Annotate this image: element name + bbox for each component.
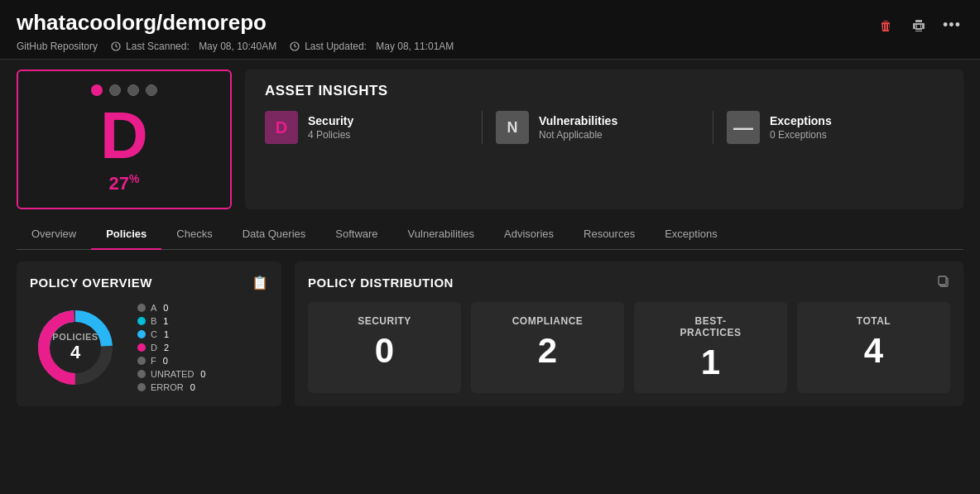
dot-1 xyxy=(91,84,103,96)
copy-icon[interactable] xyxy=(937,275,950,290)
insight-security: D Security 4 Policies xyxy=(265,111,483,144)
security-sublabel: 4 Policies xyxy=(308,129,353,141)
dist-compliance-value: 2 xyxy=(538,333,557,368)
insights-row: D Security 4 Policies N Vulnerabilities … xyxy=(265,111,944,144)
policy-distribution-panel: POLICY DISTRIBUTION SECURITY 0 COMPLIANC… xyxy=(295,261,963,406)
vuln-sublabel: Not Applicable xyxy=(539,129,617,141)
legend-b: B1 xyxy=(137,316,205,326)
policy-distribution-header: POLICY DISTRIBUTION xyxy=(308,275,950,290)
header: whatacoolorg/demorepo ••• GitHub Reposit… xyxy=(0,0,980,60)
dot-4 xyxy=(146,84,157,96)
tab-checks[interactable]: Checks xyxy=(161,219,227,250)
bottom-row: POLICY OVERVIEW 📋 xyxy=(17,261,963,406)
exceptions-label: Exceptions xyxy=(770,114,832,127)
policy-overview-panel: POLICY OVERVIEW 📋 xyxy=(17,261,281,406)
legend-error: ERROR0 xyxy=(137,382,205,392)
dist-best-practices-value: 1 xyxy=(701,345,720,380)
print-button[interactable] xyxy=(907,14,930,37)
exceptions-sublabel: 0 Exceptions xyxy=(770,129,832,141)
dist-total-title: TOTAL xyxy=(857,315,891,327)
dist-security-title: SECURITY xyxy=(358,315,411,327)
tab-overview[interactable]: Overview xyxy=(17,219,91,250)
repo-type: GitHub Repository xyxy=(17,41,98,52)
vuln-badge: N xyxy=(496,111,529,144)
tabs-bar: Overview Policies Checks Data Queries So… xyxy=(17,219,963,250)
donut-chart: POLICIES 4 xyxy=(30,302,121,393)
policy-distribution-title: POLICY DISTRIBUTION xyxy=(308,276,454,290)
legend-unrated: UNRATED0 xyxy=(137,369,205,379)
tab-data-queries[interactable]: Data Queries xyxy=(228,219,321,250)
vuln-label: Vulnerabilities xyxy=(539,114,617,127)
clipboard-icon: 📋 xyxy=(252,275,268,290)
main-content: D 27% ASSET INSIGHTS D Security 4 Polici… xyxy=(0,60,980,416)
score-card: D 27% xyxy=(17,70,232,209)
donut-label: POLICIES 4 xyxy=(52,332,98,363)
tab-resources[interactable]: Resources xyxy=(569,219,650,250)
legend-c: C1 xyxy=(137,329,205,339)
dist-total-value: 4 xyxy=(864,333,883,368)
donut-section: POLICIES 4 A0 B1 C1 xyxy=(30,302,268,393)
more-button[interactable]: ••• xyxy=(940,14,963,37)
tab-software[interactable]: Software xyxy=(320,219,392,250)
insight-vulnerabilities: N Vulnerabilities Not Applicable xyxy=(483,111,713,144)
score-grade: D xyxy=(100,103,148,169)
header-meta: GitHub Repository Last Scanned: May 08, … xyxy=(17,41,963,52)
last-updated: Last Updated: May 08, 11:01AM xyxy=(290,41,454,52)
tab-vulnerabilities[interactable]: Vulnerabilities xyxy=(393,219,489,250)
dist-best-practices-title: BEST- PRACTICES xyxy=(680,315,742,338)
asset-insights-title: ASSET INSIGHTS xyxy=(265,83,944,99)
top-row: D 27% ASSET INSIGHTS D Security 4 Polici… xyxy=(17,70,963,209)
dist-best-practices: BEST- PRACTICES 1 xyxy=(634,302,787,393)
tab-advisories[interactable]: Advisories xyxy=(489,219,569,250)
security-badge: D xyxy=(265,111,298,144)
dist-security-value: 0 xyxy=(375,333,394,368)
exceptions-info: Exceptions 0 Exceptions xyxy=(770,114,832,141)
security-info: Security 4 Policies xyxy=(308,114,353,141)
insight-exceptions: — Exceptions 0 Exceptions xyxy=(713,111,944,144)
dist-compliance: COMPLIANCE 2 xyxy=(471,302,624,393)
dist-compliance-title: COMPLIANCE xyxy=(512,315,584,327)
score-percentage: 27% xyxy=(109,172,140,194)
policy-overview-title: POLICY OVERVIEW xyxy=(30,276,152,290)
security-label: Security xyxy=(308,114,353,127)
delete-button[interactable] xyxy=(874,14,897,37)
exceptions-badge: — xyxy=(727,111,760,144)
svg-rect-7 xyxy=(939,276,946,285)
policy-overview-header: POLICY OVERVIEW 📋 xyxy=(30,275,268,290)
tab-policies[interactable]: Policies xyxy=(91,219,161,250)
vuln-info: Vulnerabilities Not Applicable xyxy=(539,114,617,141)
header-actions: ••• xyxy=(874,14,963,37)
dist-cards: SECURITY 0 COMPLIANCE 2 BEST- PRACTICES … xyxy=(308,302,950,393)
repo-title: whatacoolorg/demorepo xyxy=(17,10,267,36)
last-scanned: Last Scanned: May 08, 10:40AM xyxy=(111,41,276,52)
legend: A0 B1 C1 D2 xyxy=(137,303,205,392)
legend-d: D2 xyxy=(137,343,205,353)
dist-security: SECURITY 0 xyxy=(308,302,461,393)
dot-2 xyxy=(109,84,121,96)
asset-insights: ASSET INSIGHTS D Security 4 Policies N V… xyxy=(245,70,963,209)
tab-exceptions[interactable]: Exceptions xyxy=(650,219,733,250)
dist-total: TOTAL 4 xyxy=(797,302,950,393)
legend-a: A0 xyxy=(137,303,205,313)
score-dots xyxy=(91,84,157,96)
dot-3 xyxy=(127,84,139,96)
legend-f: F0 xyxy=(137,356,205,366)
